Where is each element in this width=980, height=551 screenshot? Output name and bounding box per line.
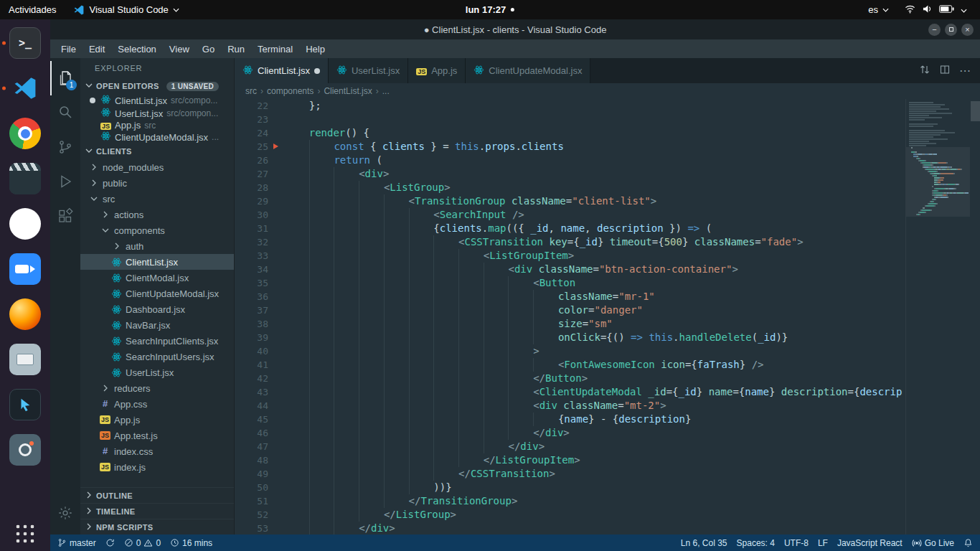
line-number[interactable]: 30 [235,208,268,222]
dock-item-printer[interactable] [8,342,42,377]
window-title-bar[interactable]: ● ClientList.jsx - clients - Visual Stud… [50,19,980,39]
line-number[interactable]: 37 [235,303,268,317]
tree-folder-auth[interactable]: auth [80,238,234,254]
open-editor-item[interactable]: UserList.jsxsrc/compon... [80,107,234,120]
tab-clientlist.jsx[interactable]: ClientList.jsx [235,58,329,83]
open-editor-item[interactable]: ClientUpdateModal.jsx... [80,131,234,143]
project-section-header[interactable]: CLIENTS [80,143,234,159]
activities-button[interactable]: Actividades [0,0,65,19]
line-number[interactable]: 48 [235,453,268,467]
line-number[interactable]: 31 [235,222,268,235]
dock-item-slack[interactable] [8,207,42,241]
tab-userlist.jsx[interactable]: UserList.jsx [329,58,408,83]
line-number[interactable]: 53 [235,522,268,534]
maximize-button[interactable] [945,24,957,36]
menu-selection[interactable]: Selection [111,39,162,58]
minimize-button[interactable]: − [928,24,941,36]
line-number[interactable]: 40 [235,344,268,358]
dock-item-pointer-tool[interactable] [8,387,42,422]
open-editor-item[interactable]: ClientList.jsxsrc/compo... [80,94,234,107]
line-number[interactable]: 38 [235,317,268,331]
line-number[interactable]: 25 [235,140,268,154]
keyboard-layout[interactable]: es [859,0,897,19]
status-language-mode[interactable]: JavaScript React [837,538,903,548]
dock-item-firefox[interactable] [8,297,42,331]
menu-terminal[interactable]: Terminal [251,39,299,58]
split-editor-icon[interactable] [939,64,951,78]
editor-scrollbar[interactable] [971,101,980,121]
minimap[interactable] [905,99,970,534]
tree-folder-public[interactable]: public [80,175,234,191]
status-branch[interactable]: master [57,538,96,548]
line-number[interactable]: 22 [235,99,268,113]
clock[interactable]: lun 17:27 [466,4,514,15]
open-editor-item[interactable]: JSApp.jssrc [80,120,234,131]
more-actions-icon[interactable]: ⋯ [959,64,971,77]
line-number[interactable]: 34 [235,263,268,276]
dock-item-zoom[interactable] [8,252,42,286]
tree-file-app.css[interactable]: #App.css [80,396,234,412]
tree-file-index.js[interactable]: JSindex.js [80,459,234,475]
system-status-area[interactable] [897,4,974,16]
breadcrumb-item[interactable]: ClientList.jsx [324,86,372,96]
line-number[interactable]: 23 [235,113,268,126]
open-changes-icon[interactable] [919,64,930,78]
menu-run[interactable]: Run [221,39,251,58]
line-number[interactable]: 47 [235,440,268,453]
tree-file-app.js[interactable]: JSApp.js [80,412,234,428]
breadcrumb-item[interactable]: ... [382,86,390,96]
activity-source-control-icon[interactable] [50,130,80,164]
line-number[interactable]: 51 [235,494,268,508]
line-number[interactable]: 39 [235,331,268,344]
line-number[interactable]: 29 [235,194,268,208]
tab-clientupdatemodal.jsx[interactable]: ClientUpdateModal.jsx [466,58,590,83]
tree-file-clientupdatemodal.jsx[interactable]: ClientUpdateModal.jsx [80,286,234,301]
line-number[interactable]: 36 [235,290,268,303]
status-indentation[interactable]: Spaces: 4 [737,538,775,548]
breadcrumb-item[interactable]: src [245,86,257,96]
close-button[interactable]: × [961,24,974,36]
breadcrumb-item[interactable]: components [267,86,314,96]
dock-item-video-editor[interactable] [8,161,42,196]
line-number[interactable]: 32 [235,235,268,249]
menu-edit[interactable]: Edit [83,39,111,58]
status-problems[interactable]: 00 [124,538,161,548]
status-notifications[interactable] [963,538,973,547]
status-go-live[interactable]: Go Live [912,538,954,548]
line-number[interactable]: 50 [235,481,268,494]
section-npm-scripts[interactable]: NPM SCRIPTS [80,519,234,534]
open-editors-header[interactable]: OPEN EDITORS 1 UNSAVED [80,78,234,94]
line-number[interactable]: 35 [235,276,268,290]
tab-app.js[interactable]: JSApp.js [408,58,466,83]
activity-explorer-icon[interactable]: 1 [50,61,80,95]
line-number[interactable]: 26 [235,154,268,167]
menu-file[interactable]: File [55,39,83,58]
status-encoding[interactable]: UTF-8 [784,538,809,548]
tree-file-clientmodal.jsx[interactable]: ClientModal.jsx [80,270,234,286]
line-number[interactable]: 42 [235,372,268,385]
app-menu[interactable]: Visual Studio Code [65,0,187,19]
line-number[interactable]: 43 [235,385,268,399]
line-number[interactable]: 24 [235,126,268,140]
line-number[interactable]: 28 [235,181,268,194]
tree-folder-reducers[interactable]: reducers [80,380,234,396]
code-editor[interactable]: 22 };2324 render() {25 const { clients }… [235,99,980,534]
dock-item-screenshot-tool[interactable] [8,433,42,467]
tree-file-app.test.js[interactable]: JSApp.test.js [80,428,234,443]
line-number[interactable]: 46 [235,426,268,440]
tree-folder-components[interactable]: components [80,222,234,238]
section-timeline[interactable]: TIMELINE [80,503,234,519]
menu-view[interactable]: View [163,39,196,58]
activity-settings-icon[interactable] [50,496,80,530]
show-applications-button[interactable] [15,524,35,544]
activity-run-debug-icon[interactable] [50,164,80,199]
tree-file-index.css[interactable]: #index.css [80,443,234,459]
tree-file-navbar.jsx[interactable]: NavBar.jsx [80,317,234,333]
line-number[interactable]: 45 [235,413,268,426]
tree-file-dashboard.jsx[interactable]: Dashboard.jsx [80,301,234,317]
status-cursor-position[interactable]: Ln 6, Col 35 [681,538,727,548]
menu-help[interactable]: Help [299,39,331,58]
line-number[interactable]: 33 [235,249,268,263]
tree-file-searchinputusers.jsx[interactable]: SearchInputUsers.jsx [80,349,234,364]
tree-folder-actions[interactable]: actions [80,207,234,222]
